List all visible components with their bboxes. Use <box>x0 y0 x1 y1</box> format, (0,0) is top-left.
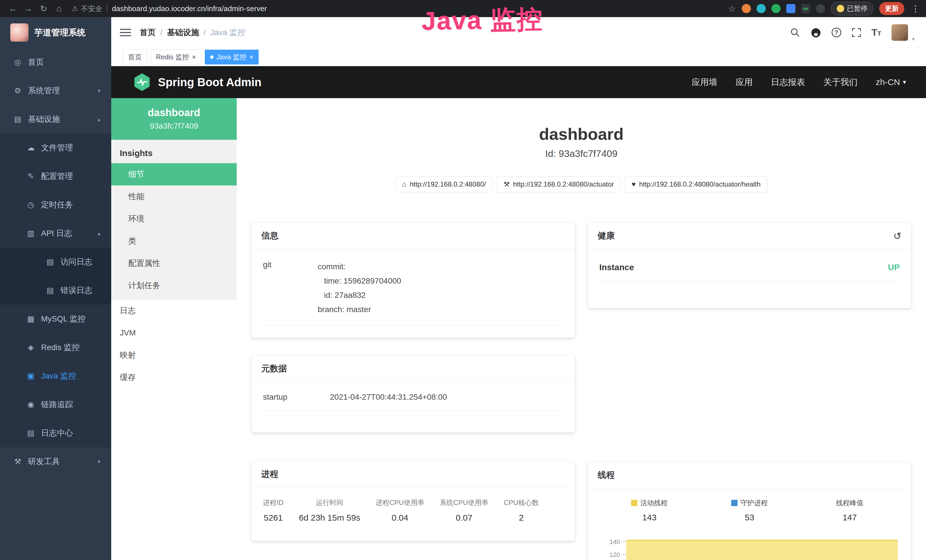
sba-nav-applications[interactable]: 应用 <box>735 76 753 88</box>
info-git-row: git commit: time: 1596289704000 id: 27aa… <box>263 258 563 325</box>
history-icon[interactable]: ↺ <box>893 230 902 242</box>
threads-legend: 活动线程 143 守护进程 <box>599 497 900 522</box>
sidebar-item-label: API 日志 <box>41 228 72 239</box>
breadcrumb-home[interactable]: 首页 <box>140 27 156 38</box>
threads-chart: 140 120 100 <box>599 530 900 560</box>
breadcrumb-infrastructure[interactable]: 基础设施 <box>167 27 199 38</box>
health-instance-label: Instance <box>599 262 634 272</box>
process-col-pid: 进程ID 5261 <box>263 498 283 523</box>
sba-side-item-config-props[interactable]: 配置属性 <box>111 252 237 274</box>
extension-icon-3[interactable] <box>772 4 781 13</box>
browser-home-icon[interactable]: ⌂ <box>53 4 66 14</box>
service-url: http://192.168.0.2:48080/ <box>410 180 486 188</box>
extension-icon-6[interactable] <box>816 4 825 13</box>
sba-side-item-jvm[interactable]: JVM <box>111 322 237 344</box>
paused-badge[interactable]: 已暂停 <box>831 2 873 15</box>
heart-icon: ♥ <box>632 180 635 188</box>
tab-home[interactable]: 首页 <box>123 50 147 65</box>
sidebar-item-dev-tools[interactable]: ⚒ 研发工具 ▾ <box>0 447 111 476</box>
sba-header: Spring Boot Admin 应用墙 应用 日志报表 关于我们 zh-CN… <box>111 66 926 98</box>
update-button[interactable]: 更新 <box>879 2 904 15</box>
sidebar-item-mysql-monitor[interactable]: ▦ MySQL 监控 <box>0 305 111 333</box>
sidebar-item-system-management[interactable]: ⚙ 系统管理 ▾ <box>0 76 111 105</box>
infrastructure-icon: ▤ <box>12 115 23 124</box>
extension-on-icon[interactable]: on <box>801 4 810 13</box>
cloud-icon: ☁ <box>26 143 36 152</box>
info-card: 信息 git commit: time: 1596289704000 id: 2 <box>251 222 575 338</box>
sidebar-item-api-logs[interactable]: ▥ API 日志 ▴ <box>0 219 111 248</box>
sidebar-item-scheduled-jobs[interactable]: ◷ 定时任务 <box>0 191 111 219</box>
legend-live-threads: 活动线程 143 <box>599 498 699 522</box>
address-bar[interactable]: ⚠ 不安全 dashboard.yudao.iocoder.cn/infra/a… <box>72 4 726 14</box>
actuator-url-button[interactable]: ⚒ http://192.168.0.2:48080/actuator <box>497 176 620 192</box>
app-title: 芋道管理系统 <box>34 27 86 38</box>
sba-locale-select[interactable]: zh-CN ▾ <box>876 77 906 87</box>
instance-id-line: Id: 93a3fc7f7409 <box>237 148 926 159</box>
tab-java-monitor[interactable]: Java 监控 × <box>205 50 259 65</box>
browser-menu-icon[interactable]: ⋮ <box>911 4 920 14</box>
sidebar-item-label: MySQL 监控 <box>41 313 86 324</box>
extension-icon-1[interactable] <box>742 4 751 13</box>
reload-icon[interactable]: ↻ <box>37 4 50 14</box>
sidebar-item-access-logs[interactable]: ▤ 访问日志 <box>0 248 111 276</box>
hamburger-icon[interactable] <box>120 29 131 36</box>
sidebar-item-java-monitor[interactable]: ▣ Java 监控 <box>0 362 111 390</box>
forward-icon[interactable]: → <box>22 4 35 14</box>
close-icon[interactable]: × <box>249 53 253 61</box>
sidebar-item-error-logs[interactable]: ▤ 错误日志 <box>0 276 111 305</box>
url-text[interactable]: dashboard.yudao.iocoder.cn/infra/admin-s… <box>112 4 267 13</box>
sidebar-item-config-management[interactable]: ✎ 配置管理 <box>0 162 111 191</box>
extension-icon-4[interactable] <box>786 4 795 13</box>
sidebar-item-label: 首页 <box>28 57 44 68</box>
legend-daemon-threads: 守护进程 53 <box>699 498 800 522</box>
health-url-button[interactable]: ♥ http://192.168.0.2:48080/actuator/heal… <box>625 176 767 192</box>
sba-side-item-mappings[interactable]: 映射 <box>111 344 237 366</box>
git-branch-line: branch: master <box>318 303 401 317</box>
sidebar-item-home[interactable]: ◎ 首页 <box>0 48 111 76</box>
sba-nav-journal[interactable]: 日志报表 <box>771 76 805 88</box>
smiley-icon <box>837 5 844 12</box>
process-card-title: 进程 <box>261 468 278 480</box>
github-icon[interactable] <box>811 27 822 38</box>
fullscreen-icon[interactable] <box>852 28 861 37</box>
avatar-caret-icon[interactable]: ▾ <box>912 36 915 42</box>
sba-side-item-caches[interactable]: 缓存 <box>111 366 237 389</box>
close-icon[interactable]: × <box>192 53 196 61</box>
not-secure-label[interactable]: 不安全 <box>81 4 102 14</box>
gear-icon: ⚙ <box>12 86 23 95</box>
sba-side-item-logging[interactable]: 日志 <box>111 300 237 322</box>
service-url-button[interactable]: ⌂ http://192.168.0.2:48080/ <box>396 176 492 192</box>
help-icon[interactable]: ? <box>832 28 841 37</box>
sba-side-item-scheduled-tasks[interactable]: 计划任务 <box>111 274 237 297</box>
extension-icon-2[interactable] <box>757 4 766 13</box>
sba-side-item-details[interactable]: 细节 <box>111 163 237 185</box>
sidebar-item-trace[interactable]: ◉ 链路追踪 <box>0 390 111 419</box>
tab-redis-monitor[interactable]: Redis 监控 × <box>151 50 201 65</box>
sidebar-item-label: 错误日志 <box>61 285 92 296</box>
sba-nav-wallboard[interactable]: 应用墙 <box>691 76 717 88</box>
search-icon[interactable] <box>790 27 800 38</box>
back-icon[interactable]: ← <box>6 4 20 14</box>
instance-links: ⌂ http://192.168.0.2:48080/ ⚒ http://192… <box>237 176 926 192</box>
bookmark-star-icon[interactable]: ☆ <box>728 4 736 14</box>
font-size-icon[interactable]: TT <box>872 27 881 38</box>
tools-icon: ⚒ <box>12 457 23 466</box>
spring-boot-admin-frame: Spring Boot Admin 应用墙 应用 日志报表 关于我们 zh-CN… <box>111 66 926 560</box>
sba-nav-about[interactable]: 关于我们 <box>823 76 858 88</box>
process-card: 进程 进程ID 5261 运行时间 <box>251 461 575 541</box>
sba-side-item-metrics[interactable]: 性能 <box>111 185 237 208</box>
sba-side-item-environment[interactable]: 环境 <box>111 208 237 230</box>
sidebar-item-redis-monitor[interactable]: ◈ Redis 监控 <box>0 333 111 362</box>
log-icon: ▥ <box>26 229 36 238</box>
avatar[interactable] <box>891 24 908 41</box>
sidebar-item-infrastructure[interactable]: ▤ 基础设施 ▴ <box>0 105 111 133</box>
document-icon: ▤ <box>45 286 55 295</box>
col-value: 2 <box>504 513 539 523</box>
sba-side-item-classes[interactable]: 类 <box>111 230 237 252</box>
health-instance-row[interactable]: Instance UP <box>599 258 900 282</box>
sidebar-item-file-management[interactable]: ☁ 文件管理 <box>0 133 111 162</box>
sidebar-item-label: Java 监控 <box>41 371 76 381</box>
insights-group: Insights 细节 性能 环境 类 配置属性 计划任务 <box>111 140 237 300</box>
sidebar-item-label: 文件管理 <box>41 142 73 153</box>
sidebar-item-log-center[interactable]: ▤ 日志中心 <box>0 419 111 447</box>
